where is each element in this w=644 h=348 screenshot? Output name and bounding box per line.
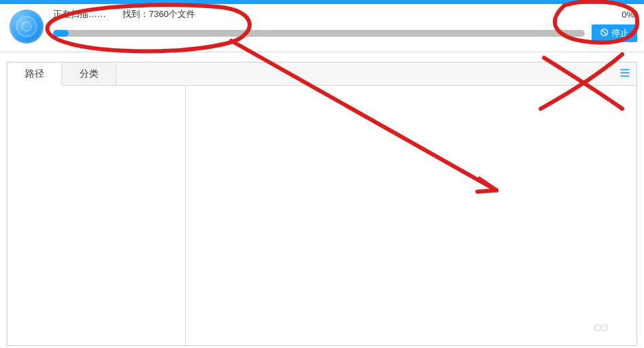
tree-pane[interactable] — [7, 86, 186, 345]
file-list-pane[interactable]: ∞ — [186, 86, 637, 345]
tabs-spacer — [116, 63, 613, 85]
svg-line-1 — [603, 31, 606, 34]
stop-circle-icon — [600, 28, 609, 39]
svg-rect-3 — [620, 72, 629, 73]
stop-button-label: 停止 — [611, 27, 629, 39]
radar-logo-icon — [10, 10, 44, 44]
hamburger-icon — [620, 68, 630, 80]
found-count-label: 找到：7360个文件 — [122, 8, 195, 20]
results-content: ∞ — [7, 86, 637, 345]
panel-menu-button[interactable] — [613, 63, 637, 85]
scan-progress-bar — [53, 30, 585, 37]
svg-rect-4 — [620, 75, 629, 77]
scan-status-block: 正在扫描…… 找到：7360个文件 0% 停止 — [53, 8, 637, 42]
watermark: ∞ — [593, 313, 607, 340]
tabs-bar: 路径 分类 — [7, 63, 637, 86]
progress-row: 停止 — [53, 24, 637, 42]
scan-status-row: 正在扫描…… 找到：7360个文件 0% — [53, 8, 637, 20]
stop-button[interactable]: 停止 — [592, 24, 637, 42]
results-panel: 路径 分类 ∞ — [7, 62, 637, 346]
svg-rect-2 — [620, 69, 629, 71]
tab-category[interactable]: 分类 — [62, 63, 116, 85]
scan-header: 正在扫描…… 找到：7360个文件 0% 停止 — [0, 4, 644, 52]
scan-progress-fill — [53, 30, 69, 37]
main-body: 路径 分类 ∞ — [0, 52, 644, 346]
scanning-label: 正在扫描…… — [53, 8, 106, 20]
percent-label: 0% — [622, 10, 637, 20]
tab-path[interactable]: 路径 — [7, 63, 62, 86]
